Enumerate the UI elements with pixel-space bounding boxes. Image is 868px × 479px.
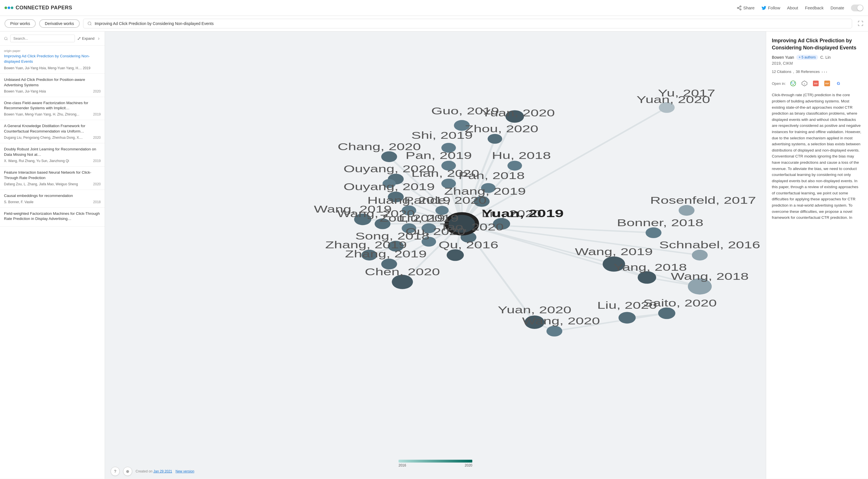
timeline-start: 2016 xyxy=(399,463,406,467)
main-layout: ⤢ Expand › Origin paper Improving Ad Cli… xyxy=(0,31,868,479)
paper-year: 2020 xyxy=(93,182,101,186)
svg-point-81 xyxy=(658,307,675,319)
logo-text: CONNECTED PAPERS xyxy=(16,5,72,11)
list-item[interactable]: Unbiased Ad Click Prediction for Positio… xyxy=(0,74,105,97)
paper-meta: S. Bonner, F. Vasile 2018 xyxy=(4,200,101,204)
paper-title: A General Knowledge Distillation Framewo… xyxy=(4,123,101,134)
svg-text:Wang, 2020: Wang, 2020 xyxy=(522,316,600,327)
search-input[interactable] xyxy=(95,21,848,26)
donate-link[interactable]: Donate xyxy=(831,5,844,10)
svg-text:Hu, 2018: Hu, 2018 xyxy=(492,150,551,161)
svg-point-126 xyxy=(794,83,795,84)
fullscreen-button[interactable]: ⛶ xyxy=(858,21,864,27)
svg-text:Yuan, 2020: Yuan, 2020 xyxy=(482,108,555,119)
svg-text:PDF: PDF xyxy=(826,83,829,85)
share-icon xyxy=(737,5,742,10)
svg-point-53 xyxy=(381,151,397,162)
list-item[interactable]: A General Knowledge Distillation Framewo… xyxy=(0,120,105,143)
citations-count: 12 Citations xyxy=(772,69,792,74)
logo-dot-teal xyxy=(11,6,13,9)
connected-papers-open-icon[interactable] xyxy=(789,80,797,87)
semantic-scholar-icon[interactable]: S xyxy=(801,80,808,87)
svg-text:Yuan, 2019: Yuan, 2019 xyxy=(482,207,564,219)
svg-text:Bonner, 2018: Bonner, 2018 xyxy=(617,217,704,228)
header-left: CONNECTED PAPERS xyxy=(4,5,72,11)
paper-detail-title: Improving Ad Click Prediction by Conside… xyxy=(772,37,862,51)
svg-line-4 xyxy=(739,6,740,7)
svg-point-46 xyxy=(679,205,694,216)
paper-venue: 2019, CIKM xyxy=(772,61,862,65)
about-label: About xyxy=(787,5,798,10)
timeline-labels: 2016 2020 xyxy=(399,463,472,467)
svg-text:Pan, 2019: Pan, 2019 xyxy=(406,150,472,161)
paper-year: 2020 xyxy=(93,136,101,140)
timeline-end: 2020 xyxy=(465,463,472,467)
origin-paper-section: Origin paper Improving Ad Click Predicti… xyxy=(0,46,105,74)
paper-authors: S. Bonner, F. Vasile xyxy=(4,200,91,204)
svg-text:Zhang, 2019: Zhang, 2019 xyxy=(345,248,427,259)
paper-authors: Bowen Yuan, Meng-Yuan Yang, H. Zhu, Zhir… xyxy=(4,112,91,116)
list-item[interactable]: Field-weighted Factorization Machines fo… xyxy=(0,208,105,227)
more-button[interactable]: ··· xyxy=(822,68,828,75)
origin-paper-title[interactable]: Improving Ad Click Prediction by Conside… xyxy=(4,54,101,64)
follow-link[interactable]: Follow xyxy=(761,5,780,10)
graph-bottom: ? ⊕ Created on Jan 29 2021 New version xyxy=(111,467,194,476)
svg-point-55 xyxy=(507,160,522,171)
svg-text:Wang, 2019: Wang, 2019 xyxy=(575,246,653,257)
panel-search-input[interactable] xyxy=(10,35,75,42)
graph-svg[interactable]: Yuan, 2020 Yu, 2017 Guo, 2019 Zhou, 2020… xyxy=(105,31,766,479)
svg-point-125 xyxy=(792,83,793,84)
svg-text:Rosenfeld, 2017: Rosenfeld, 2017 xyxy=(650,194,756,206)
svg-text:Ouyang, 2019: Ouyang, 2019 xyxy=(343,181,435,192)
paper-title: Doubly Robust Joint Learning for Recomme… xyxy=(4,147,101,157)
prior-works-tab[interactable]: Prior works xyxy=(4,19,36,28)
svg-text:Shi, 2019: Shi, 2019 xyxy=(411,130,473,141)
about-link[interactable]: About xyxy=(787,5,798,10)
doi-icon[interactable]: DOI xyxy=(812,80,820,87)
paper-year: 2019 xyxy=(93,112,101,116)
svg-text:G: G xyxy=(837,81,840,86)
created-date-link[interactable]: Jan 29 2021 xyxy=(153,469,172,473)
origin-authors: Bowen Yuan, Jui-Yang Hsia, Meng-Yuan Yan… xyxy=(4,66,101,70)
paper-year: 2020 xyxy=(93,89,101,93)
svg-text:Zhou, 2020: Zhou, 2020 xyxy=(465,123,538,134)
feedback-label: Feedback xyxy=(805,5,824,10)
logo-dot-green xyxy=(4,6,7,9)
svg-text:Yuan, 2020: Yuan, 2020 xyxy=(498,304,571,315)
svg-point-5 xyxy=(88,22,91,25)
paper-authors-row: Bowen Yuan + 5 authors C. Lin xyxy=(772,55,862,60)
google-scholar-icon[interactable]: G xyxy=(835,80,842,87)
svg-text:Wang, 2018: Wang, 2018 xyxy=(671,271,749,282)
paper-year: 2018 xyxy=(93,200,101,204)
pdf-icon[interactable]: PDF xyxy=(823,80,831,87)
help-button[interactable]: ? xyxy=(111,467,120,476)
expand-label: Expand xyxy=(82,36,94,40)
feedback-link[interactable]: Feedback xyxy=(805,5,824,10)
derivative-works-tab[interactable]: Derivative works xyxy=(39,19,80,28)
paper-title: Field-weighted Factorization Machines fo… xyxy=(4,211,101,222)
svg-point-51 xyxy=(488,134,502,144)
share-link[interactable]: Share xyxy=(737,5,754,10)
theme-toggle[interactable] xyxy=(851,4,864,11)
logo-dot-blue xyxy=(8,6,10,9)
paper-title: Causal embeddings for recommendation xyxy=(4,193,101,199)
expand-button[interactable]: ⤢ Expand xyxy=(77,36,94,41)
references-count: 38 References xyxy=(796,69,820,74)
list-item[interactable]: Feature Interaction based Neural Network… xyxy=(0,167,105,190)
svg-text:S: S xyxy=(804,83,805,85)
follow-label: Follow xyxy=(768,5,780,10)
paper-authors: Bowen Yuan, Jui-Yang Hsia xyxy=(4,89,91,93)
target-button[interactable]: ⊕ xyxy=(123,467,132,476)
authors-badge[interactable]: + 5 authors xyxy=(796,55,818,60)
list-item[interactable]: Doubly Robust Joint Learning for Recomme… xyxy=(0,143,105,167)
list-item[interactable]: One-class Field-aware Factorization Mach… xyxy=(0,97,105,120)
list-item[interactable]: Causal embeddings for recommendation S. … xyxy=(0,190,105,208)
svg-point-80 xyxy=(618,312,636,324)
timeline-track xyxy=(399,460,472,462)
panel-collapse-button[interactable]: › xyxy=(97,34,101,42)
svg-text:Pande, 2020: Pande, 2020 xyxy=(404,194,487,206)
paper-year: 2019 xyxy=(93,159,101,163)
twitter-icon xyxy=(761,5,767,10)
new-version-link[interactable]: New version xyxy=(176,469,194,473)
paper-authors: Dafang Zou, L. Zhang, Jiafa Mao, Weiguo … xyxy=(4,182,91,186)
